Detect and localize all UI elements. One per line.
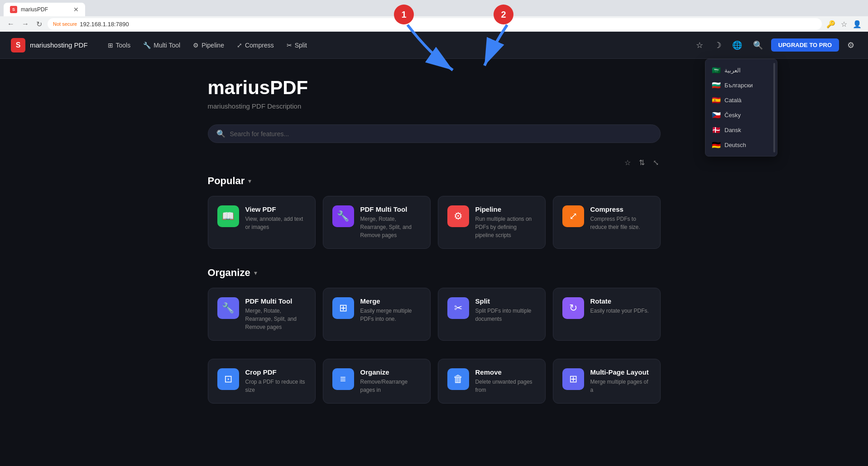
browser-toolbar: ← → ↻ Not secure 192.168.1.18:7890 🔑 ☆ 👤 — [0, 16, 868, 32]
security-indicator: Not secure — [53, 21, 77, 27]
tool-card-rotate[interactable]: ↻ Rotate Easily rotate your PDFs. — [553, 288, 661, 341]
merge-name: Merge — [360, 297, 421, 305]
lang-label-bulgarian: Български — [724, 82, 753, 89]
organize-desc: Remove/Rearrange pages in — [360, 378, 421, 394]
tool-card-view-pdf[interactable]: 📖 View PDF View, annotate, add text or i… — [208, 196, 316, 249]
remove-desc: Delete unwanted pages from — [475, 378, 536, 394]
address-bar[interactable]: Not secure 192.168.1.18:7890 — [48, 18, 822, 30]
rotate-name: Rotate — [590, 297, 649, 305]
lang-item-german[interactable]: 🇩🇪 Deutsch — [705, 138, 777, 152]
split-tool-name: Split — [475, 297, 536, 305]
bookmark-icon[interactable]: ☆ — [840, 19, 848, 29]
language-button[interactable]: 🌐 — [729, 38, 745, 53]
pipeline-label: Pipeline — [201, 42, 224, 49]
compress-tool-desc: Compress PDFs to reduce their file size. — [590, 215, 651, 231]
pdf-multi-tool-2-icon: 🔧 — [217, 297, 239, 319]
tool-card-pipeline[interactable]: ⚙ Pipeline Run multiple actions on PDFs … — [438, 196, 546, 249]
popular-section-title: Popular — [208, 175, 245, 187]
favorites-button[interactable]: ☆ — [693, 38, 706, 53]
compress-label: Compress — [245, 42, 274, 49]
lang-item-arabic[interactable]: 🇸🇦 العربية — [705, 63, 777, 78]
search-icon: 🔍 — [216, 129, 225, 138]
tool-card-pdf-multi-tool[interactable]: 🔧 PDF Multi Tool Merge, Rotate, Rearrang… — [323, 196, 431, 249]
upgrade-button[interactable]: UPGRADE TO PRO — [771, 38, 839, 52]
browser-chrome: S mariusPDF ✕ ← → ↻ Not secure 192.168.1… — [0, 0, 868, 32]
main-content: mariusPDF mariushosting PDF Description … — [117, 59, 751, 440]
page-title: mariusPDF — [208, 77, 661, 99]
flag-bulgarian: 🇧🇬 — [712, 81, 721, 90]
nav-item-multitool[interactable]: 🔧 Multi Tool — [138, 39, 186, 52]
app-header: S mariushosting PDF ⊞ Tools 🔧 Multi Tool… — [0, 32, 868, 59]
view-pdf-info: View PDF View, annotate, add text or ima… — [245, 205, 306, 231]
nav-item-compress[interactable]: ⤢ Compress — [231, 39, 279, 52]
lang-label-catalan: Català — [724, 97, 742, 104]
organize-section-header: Organize ▾ — [208, 267, 661, 279]
flag-danish: 🇩🇰 — [712, 126, 721, 134]
theme-button[interactable]: ☽ — [711, 38, 724, 53]
back-button[interactable]: ← — [5, 19, 16, 29]
tool-card-remove[interactable]: 🗑 Remove Delete unwanted pages from — [438, 359, 546, 404]
view-pdf-icon: 📖 — [217, 205, 239, 227]
nav-item-split[interactable]: ✂ Split — [281, 39, 312, 52]
rotate-icon: ↻ — [562, 297, 584, 319]
lang-item-danish[interactable]: 🇩🇰 Dansk — [705, 123, 777, 138]
reload-button[interactable]: ↻ — [34, 19, 44, 29]
compress-tool-info: Compress Compress PDFs to reduce their f… — [590, 205, 651, 231]
pipeline-tool-info: Pipeline Run multiple actions on PDFs by… — [475, 205, 536, 239]
app-logo[interactable]: S mariushosting PDF — [11, 38, 88, 52]
multi-page-info: Multi-Page Layout Merge multiple pages o… — [590, 368, 651, 394]
remove-info: Remove Delete unwanted pages from — [475, 368, 536, 394]
tab-close-button[interactable]: ✕ — [73, 6, 79, 13]
tool-card-compress[interactable]: ⤢ Compress Compress PDFs to reduce their… — [553, 196, 661, 249]
profile-icon[interactable]: 👤 — [852, 19, 863, 29]
lang-item-bulgarian[interactable]: 🇧🇬 Български — [705, 78, 777, 93]
search-input[interactable] — [230, 130, 652, 138]
flag-german: 🇩🇪 — [712, 141, 721, 149]
tab-title: mariusPDF — [21, 6, 48, 13]
lang-item-catalan[interactable]: 🇪🇸 Català — [705, 93, 777, 108]
pipeline-tool-icon: ⚙ — [447, 205, 469, 227]
pipeline-tool-desc: Run multiple actions on PDFs by defining… — [475, 215, 536, 239]
pipeline-tool-name: Pipeline — [475, 205, 536, 213]
settings-button[interactable]: ⚙ — [844, 38, 857, 53]
pdf-multi-tool-2-info: PDF Multi Tool Merge, Rotate, Rearrange,… — [245, 297, 306, 331]
forward-button[interactable]: → — [20, 19, 31, 29]
logo-icon: S — [11, 38, 25, 52]
merge-desc: Easily merge multiple PDFs into one. — [360, 307, 421, 323]
tool-card-split[interactable]: ✂ Split Split PDFs into multiple documen… — [438, 288, 546, 341]
dropdown-scrollbar — [773, 63, 775, 152]
organize-icon: ≡ — [332, 368, 354, 390]
tool-card-pdf-multi-tool-2[interactable]: 🔧 PDF Multi Tool Merge, Rotate, Rearrang… — [208, 288, 316, 341]
tool-card-organize[interactable]: ≡ Organize Remove/Rearrange pages in — [323, 359, 431, 404]
tool-card-multi-page[interactable]: ⊞ Multi-Page Layout Merge multiple pages… — [553, 359, 661, 404]
organize-chevron[interactable]: ▾ — [254, 269, 257, 276]
merge-icon: ⊞ — [332, 297, 354, 319]
tool-card-crop[interactable]: ⊡ Crop PDF Crop a PDF to reduce its size — [208, 359, 316, 404]
organize-name: Organize — [360, 368, 421, 376]
logo-text: mariushosting PDF — [30, 41, 88, 49]
expand-all-button[interactable]: ⤡ — [651, 157, 661, 168]
multi-page-desc: Merge multiple pages of a — [590, 378, 651, 394]
rotate-desc: Easily rotate your PDFs. — [590, 307, 649, 315]
nav-item-pipeline[interactable]: ⚙ Pipeline — [187, 39, 230, 52]
collapse-all-button[interactable]: ⇅ — [637, 157, 647, 168]
pipeline-icon: ⚙ — [193, 42, 199, 49]
password-icon[interactable]: 🔑 — [825, 19, 836, 29]
tool-card-merge[interactable]: ⊞ Merge Easily merge multiple PDFs into … — [323, 288, 431, 341]
tab-favicon: S — [10, 6, 17, 13]
nav-item-tools[interactable]: ⊞ Tools — [102, 39, 136, 52]
multi-page-name: Multi-Page Layout — [590, 368, 651, 376]
search-button[interactable]: 🔍 — [750, 38, 766, 53]
multitool-icon: 🔧 — [143, 42, 151, 49]
browser-tab[interactable]: S mariusPDF ✕ — [4, 3, 85, 16]
lang-item-czech[interactable]: 🇨🇿 Česky — [705, 108, 777, 123]
popular-chevron[interactable]: ▾ — [248, 177, 251, 185]
flag-catalan: 🇪🇸 — [712, 96, 721, 105]
pdf-multi-tool-2-desc: Merge, Rotate, Rearrange, Split, and Rem… — [245, 307, 306, 331]
language-dropdown: 🇸🇦 العربية 🇧🇬 Български 🇪🇸 Català 🇨🇿 Čes… — [705, 59, 777, 157]
header-right: ☆ ☽ 🌐 🔍 UPGRADE TO PRO ⚙ — [693, 38, 857, 53]
lang-label-danish: Dansk — [724, 127, 741, 133]
crop-name: Crop PDF — [245, 368, 306, 376]
favorites-filter-button[interactable]: ☆ — [623, 157, 633, 168]
organize-tools-grid: 🔧 PDF Multi Tool Merge, Rotate, Rearrang… — [208, 288, 661, 341]
